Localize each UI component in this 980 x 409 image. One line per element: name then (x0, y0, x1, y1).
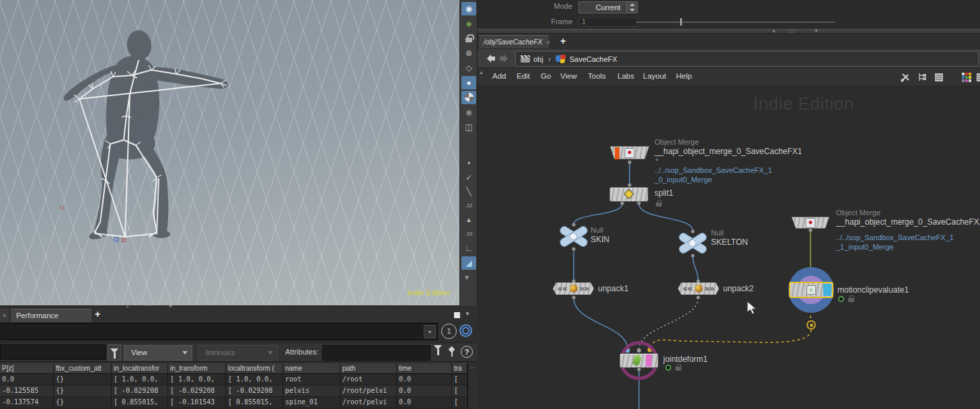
col-header[interactable]: in_localtransfor (112, 363, 168, 374)
new-tab-button[interactable]: + (560, 36, 566, 46)
pane-link-icon[interactable] (459, 324, 472, 337)
splitter-up-icon[interactable]: ▲ (771, 28, 776, 33)
display-point-markers-icon[interactable]: ✓ (461, 171, 476, 184)
listview-icon[interactable] (934, 72, 944, 83)
table-scrollbar[interactable]: … (467, 363, 478, 409)
horizontal-splitter[interactable]: ▲ :::::: ▼ (478, 29, 980, 34)
combo-dropdown-arrow-icon[interactable]: ▼ (424, 325, 436, 338)
visibility-eye-icon[interactable]: ◉ (461, 2, 476, 15)
treeview-icon[interactable] (917, 72, 928, 83)
node-motionclipevaluate1[interactable]: ≡ (789, 282, 833, 298)
node-object-merge-1[interactable] (609, 146, 650, 159)
tab-obj-savecachefx[interactable]: /obj/SaveCacheFX× (479, 35, 549, 48)
help-button[interactable]: ? (461, 346, 473, 358)
node-name[interactable]: __hapi_object_merge_0_SaveCacheFX1 (654, 147, 802, 156)
normal-lighting-icon[interactable]: ◇ (461, 61, 476, 75)
menu-help[interactable]: Help (676, 72, 692, 80)
network-tabbar: /obj/SaveCacheFX× + (478, 34, 980, 48)
headlight-only-icon[interactable]: ⊗ (461, 46, 476, 60)
display-flag-icon[interactable] (838, 296, 844, 302)
tab-performance-monitor[interactable]: Performance Monitor× (11, 309, 91, 322)
network-menubar: ▲ Add Edit Go View Tools Labs Help Layou… (478, 68, 980, 87)
node-name[interactable]: SKIN (591, 235, 609, 244)
clipped-tab-close-icon[interactable]: × (0, 309, 9, 322)
col-header[interactable]: in_transform (168, 363, 226, 374)
breadcrumb-obj[interactable]: obj (533, 55, 543, 63)
forward-button[interactable] (500, 54, 512, 63)
col-header[interactable]: time (397, 363, 452, 374)
new-tab-button[interactable]: + (95, 309, 100, 320)
display-point-numbers-icon[interactable]: .12 (461, 199, 476, 213)
mode-dropdown[interactable]: Current (578, 1, 638, 13)
col-header[interactable]: fbx_custom_att (54, 363, 112, 374)
shade-mode-icon[interactable]: ◢ (461, 256, 476, 270)
network-canvas[interactable]: Indie Edition (478, 87, 980, 409)
menu-edit[interactable]: Edit (517, 72, 530, 80)
mode-spinner[interactable] (626, 2, 637, 13)
toolbar-scroll-down-icon[interactable]: ▼ (463, 274, 470, 281)
scene-viewport[interactable]: Indie Edition (0, 0, 459, 306)
node-name[interactable]: motionclipevaluate1 (837, 285, 909, 295)
col-header[interactable]: localtransform ( (226, 363, 283, 374)
node-name[interactable]: jointdeform1 (663, 355, 708, 364)
lock-icon[interactable] (461, 32, 476, 45)
col-header[interactable]: name (283, 363, 340, 374)
filter-button[interactable] (108, 344, 121, 361)
col-header[interactable]: tra (452, 363, 467, 374)
node-name[interactable]: __hapi_object_merge_0_SaveCacheFX2 (836, 217, 980, 227)
frame-slider-handle[interactable] (679, 17, 683, 26)
menu-go[interactable]: Go (541, 72, 551, 80)
pane-maximize-icon[interactable] (454, 312, 460, 318)
display-flag-icon[interactable] (665, 365, 671, 371)
node-object-merge-2[interactable] (790, 217, 831, 229)
intrinsics-dropdown[interactable]: Intrinsics (198, 345, 278, 361)
col-header[interactable]: path (340, 363, 397, 374)
display-prim-normals-icon[interactable]: ▲ (461, 213, 476, 227)
menu-layout[interactable]: Layout (643, 72, 667, 80)
node-name[interactable]: unpack2 (723, 284, 753, 293)
panel-list-icon[interactable] (976, 72, 980, 83)
breadcrumb-node[interactable]: SaveCacheFX (570, 55, 617, 63)
menu-labs[interactable]: Labs (617, 72, 634, 80)
splitter-down-icon[interactable]: ▼ (814, 28, 819, 33)
menu-tools[interactable]: Tools (588, 72, 606, 80)
node-name[interactable]: unpack1 (598, 284, 628, 293)
display-prim-numbers-icon[interactable]: .12 (461, 227, 476, 241)
node-unpack1[interactable]: «« »» (553, 283, 594, 295)
group-filter-field[interactable] (0, 344, 106, 360)
node-null-skin[interactable] (558, 225, 589, 249)
node-comment: _0_input0_Merge (654, 176, 712, 184)
node-unpack2[interactable]: «« »» (678, 283, 719, 295)
tools-icon[interactable] (900, 72, 911, 83)
pane-menu-arrow-icon[interactable]: ▼ (465, 311, 470, 317)
attributes-field[interactable] (322, 345, 430, 361)
col-header[interactable]: P[z] (0, 363, 54, 374)
palette-icon[interactable] (961, 72, 972, 83)
menu-view[interactable]: View (560, 72, 577, 80)
display-points-icon[interactable]: • (461, 157, 476, 170)
node-path-combo[interactable]: ▼ (1, 323, 438, 340)
material-shading-icon[interactable] (461, 91, 476, 104)
node-name[interactable]: split1 (654, 188, 673, 198)
node-flag-stripe[interactable] (615, 147, 619, 159)
ghost-geometry-icon[interactable]: ◈ (461, 17, 476, 30)
node-name[interactable]: SKELTON (711, 237, 748, 247)
node-null-skelton[interactable] (677, 231, 708, 256)
frame-slider-track[interactable] (636, 22, 835, 23)
tab-close-icon[interactable]: × (547, 39, 550, 46)
display-profiles-icon[interactable]: ∟ (461, 241, 476, 255)
link-number-badge[interactable]: 1 (441, 324, 457, 339)
pin-filter-icon[interactable] (447, 346, 456, 357)
node-split1[interactable] (610, 188, 648, 201)
frame-field[interactable]: 1 (578, 17, 638, 27)
filter-button-2[interactable] (434, 342, 442, 350)
pane-expand-icon[interactable]: ▲ (479, 70, 484, 75)
xray-icon[interactable]: ◫ (461, 120, 476, 134)
view-dropdown[interactable]: View (124, 345, 192, 361)
menu-add[interactable]: Add (492, 72, 506, 80)
back-button[interactable] (483, 54, 495, 63)
high-quality-lighting-icon[interactable]: ● (461, 76, 476, 89)
ghost-other-objects-icon[interactable]: ◉ (461, 106, 476, 119)
display-point-normals-icon[interactable]: ╲ (461, 185, 476, 198)
node-jointdeform1[interactable] (620, 354, 658, 367)
